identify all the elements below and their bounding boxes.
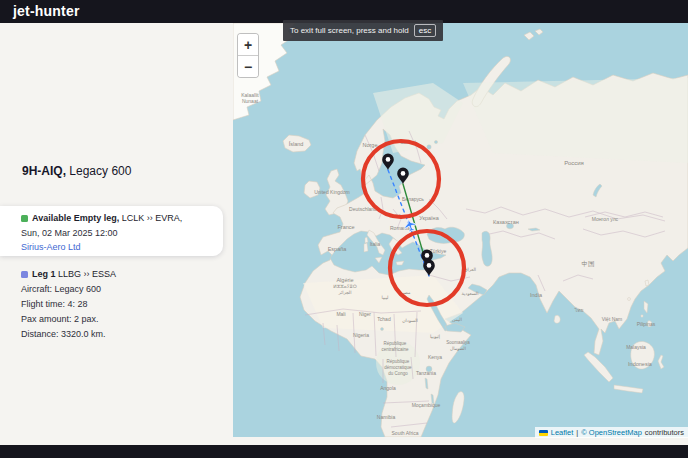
country-label: ⵍⵣⵣⴰⵢⴻⵔ bbox=[333, 284, 356, 289]
leg1-aircraft: Aircraft: Legacy 600 bbox=[21, 284, 221, 294]
leaflet-link[interactable]: Leaflet bbox=[551, 428, 574, 437]
map-attribution: Leaflet | © OpenStreetMap contributors bbox=[535, 427, 688, 438]
empty-leg-datetime: Sun, 02 Mar 2025 12:00 bbox=[21, 228, 223, 238]
app-logo[interactable]: jet-hunter bbox=[13, 3, 80, 19]
leg1-status-dot bbox=[21, 271, 28, 278]
country-label: Mali bbox=[336, 311, 345, 317]
leg1-distance: Distance: 3320.0 km. bbox=[21, 329, 221, 339]
country-label: centrafricaine bbox=[381, 347, 409, 352]
country-label: Indonesia bbox=[628, 361, 653, 367]
country-label: du Congo bbox=[388, 371, 408, 376]
country-label: Україна bbox=[419, 215, 439, 221]
aircraft-model: Legacy 600 bbox=[66, 164, 131, 178]
aircraft-title: 9H-AIQ, Legacy 600 bbox=[22, 164, 131, 178]
empty-leg-header: Available Empty leg, LCLK ›› EVRA, bbox=[21, 213, 223, 223]
country-label: Moçambique bbox=[412, 402, 441, 408]
country-label: Soomaaliya bbox=[446, 340, 470, 345]
leg1-pax: Pax amount: 2 pax. bbox=[21, 314, 221, 324]
country-label: démocratique bbox=[384, 365, 412, 370]
country-label: ليبيا bbox=[382, 295, 389, 300]
attribution-separator: | bbox=[576, 428, 578, 437]
country-label: Tanzania bbox=[416, 370, 436, 376]
bottom-bar bbox=[0, 445, 688, 458]
map-canvas[interactable]: KalaallitNunaatÍslandNorgeSuomiUnited Ki… bbox=[233, 23, 688, 437]
flight-info-panel: 9H-AIQ, Legacy 600 Available Empty leg, … bbox=[0, 23, 233, 437]
country-label: Italia bbox=[370, 241, 381, 247]
country-label: Nunaat bbox=[242, 98, 259, 104]
country-label: South Africa bbox=[392, 430, 419, 436]
country-label: Angola bbox=[380, 385, 396, 391]
operator-link[interactable]: Sirius-Aero Ltd bbox=[21, 242, 223, 252]
country-label: Казахстан bbox=[493, 219, 519, 225]
country-label: ไทย bbox=[574, 307, 584, 313]
country-label: Malaysia bbox=[626, 344, 646, 350]
country-label: Беларусь bbox=[402, 196, 424, 202]
leg1-flight-time: Flight time: 4: 28 bbox=[21, 299, 221, 309]
country-label: Tchad bbox=[377, 316, 391, 322]
country-label: Việt Nam bbox=[602, 316, 622, 322]
empty-leg-card[interactable]: Available Empty leg, LCLK ›› EVRA, Sun, … bbox=[0, 206, 223, 256]
leg1-title: Leg 1 LLBG ›› ESSA bbox=[32, 269, 116, 279]
app-window: jet-hunter To exit full screen, press an… bbox=[0, 0, 688, 458]
country-label: Nigeria bbox=[353, 332, 369, 338]
zoom-out-button[interactable]: − bbox=[238, 56, 258, 77]
country-label: Algérie bbox=[336, 277, 353, 283]
country-label: Монгол улс bbox=[592, 216, 619, 222]
aircraft-registration: 9H-AIQ, bbox=[22, 164, 66, 178]
country-label: Россия bbox=[564, 160, 584, 166]
esc-key-badge: esc bbox=[414, 24, 436, 37]
country-label: Kenya bbox=[428, 354, 442, 360]
country-label: India bbox=[530, 292, 543, 298]
fullscreen-exit-tooltip: To exit full screen, press and hold esc bbox=[283, 20, 443, 41]
country-label: Namibia bbox=[377, 414, 396, 420]
country-label: Pilipinas bbox=[637, 321, 656, 327]
country-label: España bbox=[328, 246, 348, 252]
fullscreen-exit-text: To exit full screen, press and hold bbox=[290, 26, 409, 35]
country-label: République bbox=[384, 341, 407, 346]
country-label: France bbox=[337, 224, 354, 230]
country-label: Niger bbox=[359, 311, 371, 317]
country-label: Ísland bbox=[289, 141, 304, 147]
country-label: République bbox=[387, 359, 410, 364]
empty-leg-title: Available Empty leg, LCLK ›› EVRA, bbox=[32, 213, 182, 223]
country-label: Norge bbox=[363, 142, 378, 148]
empty-leg-status-dot bbox=[21, 215, 28, 222]
attribution-suffix: contributors bbox=[645, 428, 684, 437]
empty-leg-route: LCLK ›› EVRA, bbox=[119, 213, 182, 223]
leg1-header: Leg 1 LLBG ›› ESSA bbox=[21, 269, 221, 279]
country-label: 中国 bbox=[582, 260, 595, 267]
leg1-details[interactable]: Leg 1 LLBG ›› ESSA Aircraft: Legacy 600 … bbox=[21, 269, 221, 339]
ukraine-flag-icon bbox=[539, 430, 548, 436]
zoom-in-button[interactable]: + bbox=[238, 34, 258, 55]
osm-link[interactable]: © OpenStreetMap bbox=[581, 428, 642, 437]
leg1-route: LLBG ›› ESSA bbox=[56, 269, 117, 279]
country-label: United Kingdom bbox=[314, 189, 350, 195]
map-zoom-control: + − bbox=[237, 33, 259, 78]
